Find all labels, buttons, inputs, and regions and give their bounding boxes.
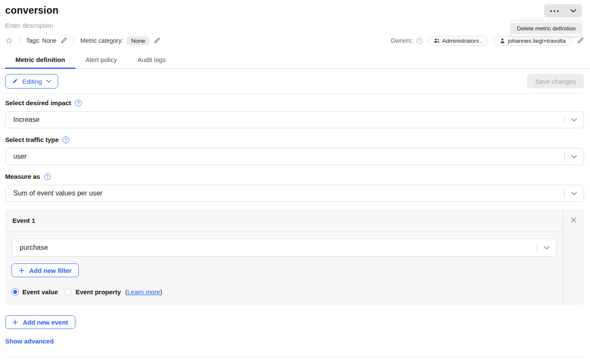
selected-value: user: [6, 153, 564, 160]
selected-value: Increase: [6, 116, 564, 124]
edit-tags-button[interactable]: [60, 37, 67, 44]
add-new-event-button[interactable]: Add new event: [5, 315, 75, 329]
pencil-icon: [60, 37, 67, 44]
event-card-rail: [563, 210, 584, 304]
chevron-down-icon: [537, 246, 556, 250]
event-name-select[interactable]: purchase: [12, 239, 557, 257]
desired-impact-field: Select desired impact Increase: [5, 99, 584, 128]
traffic-type-select[interactable]: user: [5, 148, 584, 165]
event-card-main: Event 1 purchase Add new filter: [6, 210, 563, 304]
selected-value: Sum of event values per user: [6, 189, 564, 197]
radio-label: Event value: [22, 288, 58, 296]
remove-event-button[interactable]: [570, 217, 577, 223]
person-icon: [500, 38, 505, 44]
meta-left: Tags: None Metric category: None: [5, 36, 161, 45]
header-actions-group: [544, 4, 582, 18]
paren-close: ): [160, 288, 162, 296]
meta-row: Tags: None Metric category: None Owners:: [5, 36, 584, 46]
close-icon: [570, 217, 577, 223]
field-label-row: Select desired impact: [5, 99, 584, 107]
add-filter-label: Add new filter: [29, 267, 72, 274]
owner-pill-administrators[interactable]: Administrators ,: [428, 36, 489, 46]
edit-metric-category-button[interactable]: [154, 37, 161, 44]
tab-alert-policy[interactable]: Alert policy: [75, 56, 127, 68]
chevron-down-icon: [46, 80, 51, 83]
owner-name: Administrators ,: [442, 38, 483, 44]
help-icon[interactable]: [63, 136, 69, 143]
learn-more-link[interactable]: Learn more: [127, 288, 160, 296]
toolbar-divider: [5, 93, 584, 94]
add-new-filter-button[interactable]: Add new filter: [12, 263, 79, 277]
chevron-down-icon: [565, 155, 584, 159]
edit-owners-button[interactable]: [577, 37, 584, 44]
tab-audit-logs[interactable]: Audit logs: [127, 56, 176, 68]
plus-icon: [19, 268, 24, 273]
tags-label: Tags: None: [26, 37, 57, 44]
selected-event-name: purchase: [12, 244, 537, 252]
help-icon[interactable]: [44, 173, 51, 180]
save-changes-button[interactable]: Save changes: [527, 74, 584, 89]
owners-help-icon[interactable]: [416, 38, 423, 44]
favorite-star-button[interactable]: [5, 37, 13, 44]
toolbar: Editing Save changes: [0, 74, 590, 89]
page-title: conversion: [5, 0, 584, 16]
learn-more-wrap: (Learn more): [125, 288, 162, 296]
event-card-body: purchase Add new filter: [6, 232, 563, 304]
chevron-down-icon: [565, 118, 584, 122]
tab-metric-definition[interactable]: Metric definition: [5, 56, 75, 68]
radio-unselected-icon: [65, 288, 72, 296]
radio-selected-icon: [12, 288, 19, 296]
radio-event-value[interactable]: Event value: [12, 288, 58, 296]
editing-mode-button[interactable]: Editing: [5, 74, 58, 89]
pencil-icon: [154, 37, 161, 44]
divider: [19, 36, 20, 45]
chevron-down-icon: [565, 192, 584, 195]
group-icon: [434, 38, 440, 43]
tab-bar: Metric definition Alert policy Audit log…: [0, 56, 590, 69]
add-event-label: Add new event: [23, 319, 68, 326]
metric-definition-page: conversion Enter description Tags: None …: [0, 0, 590, 364]
metric-category-value-badge: None: [126, 36, 149, 45]
divider: [74, 36, 74, 45]
owners-label: Owners:: [390, 37, 413, 44]
editing-label: Editing: [22, 78, 42, 85]
traffic-type-field: Select traffic type user: [5, 136, 584, 165]
measure-as-label: Measure as: [5, 173, 40, 180]
desired-impact-select[interactable]: Increase: [5, 111, 584, 128]
page-header: conversion Enter description Tags: None …: [0, 0, 590, 46]
show-advanced-link[interactable]: Show advanced: [5, 337, 54, 345]
star-icon: [5, 37, 13, 44]
event-card: Event 1 purchase Add new filter: [5, 209, 584, 305]
owner-name: johannes.liegl+travolta: [508, 38, 566, 44]
value-source-radio-group: Event value Event property (Learn more): [12, 288, 557, 296]
measure-as-select[interactable]: Sum of event values per user: [5, 185, 584, 202]
desired-impact-label: Select desired impact: [5, 99, 71, 107]
field-label-row: Select traffic type: [5, 136, 584, 143]
owners-section: Owners: Administrators , johannes.liegl+…: [390, 36, 584, 46]
measure-as-field: Measure as Sum of event values per user: [5, 173, 584, 202]
chevron-down-icon: [570, 9, 576, 13]
event-card-title: Event 1: [6, 210, 563, 232]
traffic-type-label: Select traffic type: [5, 136, 59, 143]
metric-definition-form: Select desired impact Increase Select tr…: [0, 99, 590, 345]
field-label-row: Measure as: [5, 173, 584, 180]
actions-dropdown-toggle[interactable]: [565, 4, 582, 18]
actions-dropdown-menu: Delete metric definition: [511, 20, 581, 36]
more-actions-button[interactable]: [544, 4, 565, 18]
description-placeholder[interactable]: Enter description: [5, 22, 584, 29]
metric-category-label: Metric category:: [80, 37, 123, 44]
menu-item-delete-metric[interactable]: Delete metric definition: [512, 23, 581, 34]
owner-pill-user[interactable]: johannes.liegl+travolta: [494, 36, 572, 46]
help-icon[interactable]: [75, 100, 82, 107]
plus-icon: [12, 320, 18, 325]
pencil-filled-icon: [12, 78, 18, 84]
radio-event-property[interactable]: Event property: [65, 288, 121, 296]
ellipsis-icon: [550, 10, 559, 12]
radio-label: Event property: [75, 288, 121, 296]
pencil-icon: [577, 37, 584, 44]
bottom-divider: [5, 357, 584, 357]
